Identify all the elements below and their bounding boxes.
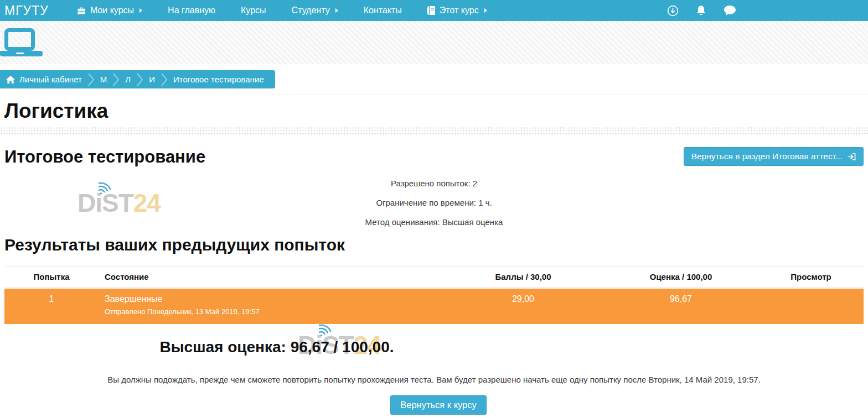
col-header-state: Состояние — [99, 272, 443, 281]
back-to-course-button[interactable]: Вернуться к курсу — [390, 395, 487, 415]
sign-in-arrow-icon — [848, 153, 856, 161]
circle-arrow-down-icon[interactable] — [667, 5, 679, 17]
wait-message: Вы должны подождать, прежде чем сможете … — [0, 375, 868, 384]
bell-icon[interactable] — [695, 5, 707, 17]
nav-item-student[interactable]: Студенту — [279, 0, 351, 21]
breadcrumb-item-section[interactable]: И — [149, 75, 155, 84]
time-limit-text: Ограничение по времени: 1 ч. — [0, 198, 868, 207]
nav-item-home[interactable]: На главную — [155, 0, 228, 21]
quiz-title: Итоговое тестирование — [4, 147, 205, 167]
nav-item-label: На главную — [168, 6, 215, 15]
attempt-grade: 96,67 — [603, 294, 758, 316]
laptop-base — [0, 51, 43, 56]
results-heading: Результаты ваших предыдущих попыток — [4, 236, 345, 254]
breadcrumb: Личный кабинет М Л И Итоговое тестирован… — [0, 70, 275, 88]
col-header-marks: Баллы / 30,00 — [443, 272, 603, 281]
nav-item-courses[interactable]: Курсы — [228, 0, 279, 21]
breadcrumb-item-course[interactable]: Л — [125, 75, 131, 84]
main-menu: Мои курсы На главную Курсы Студенту Конт… — [64, 0, 500, 21]
chevron-right-icon — [87, 72, 95, 87]
briefcase-icon — [77, 7, 86, 15]
breadcrumb-item-dashboard[interactable]: Личный кабинет — [19, 75, 82, 84]
col-header-attempt: Попытка — [4, 272, 99, 281]
nav-item-contacts[interactable]: Контакты — [351, 0, 415, 21]
attempt-number: 1 — [4, 294, 99, 316]
laptop-logo-icon[interactable] — [0, 21, 44, 64]
attempt-marks: 29,00 — [443, 294, 603, 316]
attempts-table: Попытка Состояние Баллы / 30,00 Оценка /… — [4, 267, 864, 324]
top-navbar: МГУТУ Мои курсы На главную Курсы Студент… — [0, 0, 868, 21]
nav-item-my-courses[interactable]: Мои курсы — [64, 0, 155, 21]
brand-logo[interactable]: МГУТУ — [4, 3, 49, 18]
attempt-state-cell: Завершенные Отправлено Понедельник, 13 М… — [99, 294, 443, 316]
grading-method-text: Метод оценивания: Высшая оценка — [0, 217, 868, 227]
back-to-section-button[interactable]: Вернуться в раздел Итоговая аттест... — [684, 147, 864, 166]
attempts-table-header: Попытка Состояние Баллы / 30,00 Оценка /… — [4, 267, 864, 288]
book-icon — [427, 6, 435, 15]
caret-right-icon — [140, 8, 142, 13]
attempt-review-cell — [758, 294, 864, 316]
navbar-quick-icons — [667, 5, 736, 17]
attempt-row: 1 Завершенные Отправлено Понедельник, 13… — [4, 289, 864, 324]
home-icon — [6, 76, 15, 83]
attempt-state: Завершенные — [105, 294, 443, 304]
laptop-notch — [16, 53, 24, 54]
header-striped-band — [0, 21, 868, 64]
quiz-header: Итоговое тестирование Вернуться в раздел… — [4, 147, 864, 167]
quiz-info: Разрешено попыток: 2 Ограничение по врем… — [0, 179, 868, 237]
nav-item-this-course[interactable]: Этот курс — [415, 0, 500, 21]
breadcrumb-item-category[interactable]: М — [100, 75, 107, 84]
nav-item-label: Студенту — [292, 6, 330, 15]
chevron-right-icon — [136, 72, 143, 87]
breadcrumb-item-current: Итоговое тестирование — [173, 75, 264, 84]
nav-item-label: Мои курсы — [90, 6, 134, 15]
caret-right-icon — [484, 8, 487, 13]
nav-item-label: Контакты — [364, 6, 402, 15]
nav-item-label: Этот курс — [440, 6, 479, 15]
chevron-right-icon — [161, 72, 168, 87]
laptop-screen — [4, 28, 35, 51]
back-to-section-label: Вернуться в раздел Итоговая аттест... — [691, 151, 843, 161]
content-divider-line — [0, 95, 868, 95]
chat-icon[interactable] — [724, 5, 736, 17]
caret-right-icon — [335, 8, 338, 13]
dotted-divider — [0, 127, 868, 135]
col-header-review: Просмотр — [758, 272, 864, 281]
back-to-course-container: Вернуться к курсу — [0, 395, 868, 415]
attempts-allowed-text: Разрешено попыток: 2 — [0, 179, 868, 188]
nav-item-label: Курсы — [241, 6, 266, 15]
col-header-grade: Оценка / 100,00 — [603, 272, 758, 281]
chevron-right-icon — [112, 72, 120, 87]
course-title: Логистика — [4, 100, 108, 123]
attempt-submitted-date: Отправлено Понедельник, 13 Май 2019, 19:… — [105, 307, 443, 316]
highest-grade-text: Высшая оценка: 96,67 / 100,00. — [0, 338, 554, 356]
